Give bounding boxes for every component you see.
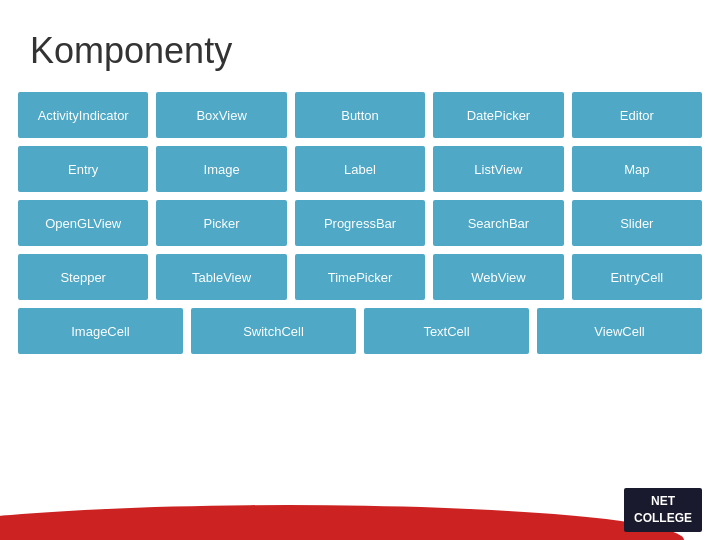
- grid-item-entrycell[interactable]: EntryCell: [572, 254, 702, 300]
- grid-row-4: ImageCellSwitchCellTextCellViewCell: [18, 308, 702, 354]
- grid-item-progressbar[interactable]: ProgressBar: [295, 200, 425, 246]
- bottom-decoration: [0, 490, 720, 540]
- grid-item-label[interactable]: Label: [295, 146, 425, 192]
- grid-item-viewcell[interactable]: ViewCell: [537, 308, 702, 354]
- grid-item-textcell[interactable]: TextCell: [364, 308, 529, 354]
- grid-row-1: EntryImageLabelListViewMap: [18, 146, 702, 192]
- grid-row-3: StepperTableViewTimePickerWebViewEntryCe…: [18, 254, 702, 300]
- components-grid: ActivityIndicatorBoxViewButtonDatePicker…: [0, 92, 720, 354]
- grid-item-boxview[interactable]: BoxView: [156, 92, 286, 138]
- grid-item-image[interactable]: Image: [156, 146, 286, 192]
- grid-item-entry[interactable]: Entry: [18, 146, 148, 192]
- grid-item-listview[interactable]: ListView: [433, 146, 563, 192]
- grid-item-tableview[interactable]: TableView: [156, 254, 286, 300]
- grid-item-webview[interactable]: WebView: [433, 254, 563, 300]
- grid-item-editor[interactable]: Editor: [572, 92, 702, 138]
- grid-item-map[interactable]: Map: [572, 146, 702, 192]
- badge-line2: COLLEGE: [634, 510, 692, 527]
- grid-row-0: ActivityIndicatorBoxViewButtonDatePicker…: [18, 92, 702, 138]
- grid-item-slider[interactable]: Slider: [572, 200, 702, 246]
- grid-item-timepicker[interactable]: TimePicker: [295, 254, 425, 300]
- grid-item-picker[interactable]: Picker: [156, 200, 286, 246]
- net-college-badge: NET COLLEGE: [624, 488, 702, 532]
- grid-item-activityindicator[interactable]: ActivityIndicator: [18, 92, 148, 138]
- grid-item-datepicker[interactable]: DatePicker: [433, 92, 563, 138]
- badge-line1: NET: [634, 493, 692, 510]
- grid-item-switchcell[interactable]: SwitchCell: [191, 308, 356, 354]
- grid-item-stepper[interactable]: Stepper: [18, 254, 148, 300]
- wave-red: [0, 505, 720, 540]
- grid-item-imagecell[interactable]: ImageCell: [18, 308, 183, 354]
- grid-item-searchbar[interactable]: SearchBar: [433, 200, 563, 246]
- page-title: Komponenty: [0, 0, 720, 92]
- grid-row-2: OpenGLViewPickerProgressBarSearchBarSlid…: [18, 200, 702, 246]
- grid-item-button[interactable]: Button: [295, 92, 425, 138]
- grid-item-openglview[interactable]: OpenGLView: [18, 200, 148, 246]
